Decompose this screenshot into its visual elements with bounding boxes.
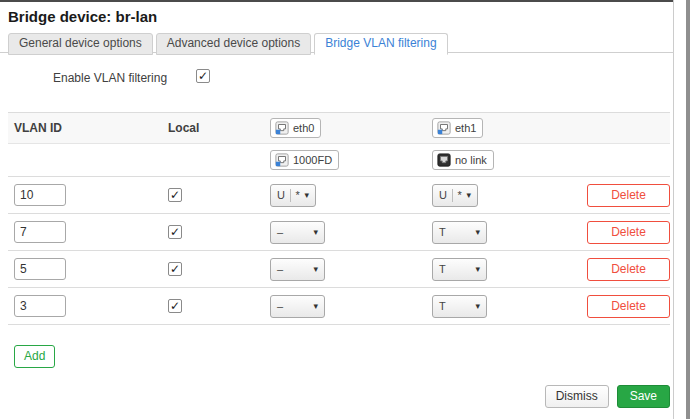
chevron-down-icon: ▾ xyxy=(313,227,318,237)
port-badge-eth0: eth0 xyxy=(270,118,321,138)
check-icon: ✓ xyxy=(170,189,180,201)
eth0-tagging-dropdown[interactable]: U * ▾ xyxy=(270,184,316,207)
page-title: Bridge device: br-lan xyxy=(8,8,157,25)
column-header-vlan-id: VLAN ID xyxy=(8,121,162,135)
table-row: ✓ – ▾ T ▾ Delete xyxy=(8,251,670,288)
check-icon: ✓ xyxy=(170,226,180,238)
dismiss-button[interactable]: Dismiss xyxy=(545,385,609,408)
tab-bridge-vlan-filtering[interactable]: Bridge VLAN filtering xyxy=(314,33,447,55)
chevron-down-icon: ▾ xyxy=(475,264,480,274)
vlan-table: VLAN ID Local eth0 xyxy=(8,112,670,325)
vlan-id-input[interactable] xyxy=(14,221,66,243)
check-icon: ✓ xyxy=(170,263,180,275)
eth0-tagging-dropdown[interactable]: – ▾ xyxy=(270,221,325,244)
port-status-row: 1000FD no link xyxy=(8,144,670,177)
port-name: eth1 xyxy=(455,122,476,134)
eth1-tagging-dropdown[interactable]: T ▾ xyxy=(432,295,487,318)
column-header-local: Local xyxy=(162,121,264,135)
table-header-row: VLAN ID Local eth0 xyxy=(8,112,670,144)
vlan-id-input[interactable] xyxy=(14,295,66,317)
table-row: ✓ – ▾ T ▾ Delete xyxy=(8,288,670,325)
chevron-down-icon: ▾ xyxy=(475,301,480,311)
add-button[interactable]: Add xyxy=(14,345,55,368)
ethernet-port-up-icon xyxy=(275,121,289,135)
delete-button[interactable]: Delete xyxy=(587,184,670,207)
check-icon: ✓ xyxy=(198,70,208,82)
port-status-1000fd: 1000FD xyxy=(270,150,339,170)
table-row: ✓ – ▾ T ▾ Delete xyxy=(8,214,670,251)
port-status-label: 1000FD xyxy=(293,154,332,166)
chevron-down-icon: ▾ xyxy=(475,227,480,237)
tab-advanced-device-options[interactable]: Advanced device options xyxy=(156,33,311,55)
local-checkbox[interactable]: ✓ xyxy=(168,299,182,313)
chevron-down-icon: ▾ xyxy=(466,190,471,200)
table-row: ✓ U * ▾ U * ▾ Delete xyxy=(8,177,670,214)
tab-general-device-options[interactable]: General device options xyxy=(8,33,153,55)
delete-button[interactable]: Delete xyxy=(587,258,670,281)
eth1-tagging-dropdown[interactable]: T ▾ xyxy=(432,221,487,244)
ethernet-port-up-icon xyxy=(437,121,451,135)
delete-button[interactable]: Delete xyxy=(587,295,670,318)
chevron-down-icon: ▾ xyxy=(313,264,318,274)
port-status-label: no link xyxy=(455,154,487,166)
chevron-down-icon: ▾ xyxy=(304,190,309,200)
enable-vlan-filtering-label: Enable VLAN filtering xyxy=(53,71,167,85)
scrollbar[interactable] xyxy=(686,0,690,419)
local-checkbox[interactable]: ✓ xyxy=(168,262,182,276)
eth1-tagging-dropdown[interactable]: U * ▾ xyxy=(432,184,478,207)
local-checkbox[interactable]: ✓ xyxy=(168,225,182,239)
modal-top-border xyxy=(0,0,674,2)
eth1-tagging-dropdown[interactable]: T ▾ xyxy=(432,258,487,281)
modal-right-border xyxy=(673,0,674,419)
delete-button[interactable]: Delete xyxy=(587,221,670,244)
local-checkbox[interactable]: ✓ xyxy=(168,188,182,202)
eth0-tagging-dropdown[interactable]: – ▾ xyxy=(270,295,325,318)
modal-footer: Dismiss Save xyxy=(545,385,670,408)
chevron-down-icon: ▾ xyxy=(313,301,318,311)
save-button[interactable]: Save xyxy=(617,385,670,408)
bridge-device-modal: Bridge device: br-lan General device opt… xyxy=(0,0,690,419)
port-name: eth0 xyxy=(293,122,314,134)
vlan-id-input[interactable] xyxy=(14,258,66,280)
tab-bar: General device options Advanced device o… xyxy=(8,33,448,55)
port-status-no-link: no link xyxy=(432,150,494,170)
eth0-tagging-dropdown[interactable]: – ▾ xyxy=(270,258,325,281)
ethernet-port-down-icon xyxy=(437,153,451,167)
port-badge-eth1: eth1 xyxy=(432,118,483,138)
link-speed-icon xyxy=(275,153,289,167)
check-icon: ✓ xyxy=(170,300,180,312)
vlan-id-input[interactable] xyxy=(14,184,66,206)
enable-vlan-filtering-checkbox[interactable]: ✓ xyxy=(196,69,210,83)
